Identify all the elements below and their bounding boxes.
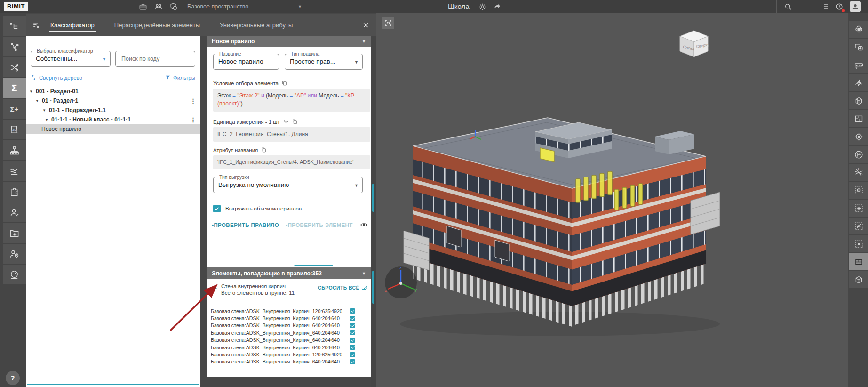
- element-checkbox[interactable]: [350, 308, 355, 314]
- flag-icon[interactable]: [849, 146, 868, 163]
- element-checkbox[interactable]: [350, 323, 355, 328]
- check-element-button[interactable]: •ПРОВЕРИТЬ ЭЛЕМЕНТ: [286, 222, 352, 228]
- user-check-icon[interactable]: [3, 202, 26, 222]
- hierarchy-tree-icon[interactable]: [3, 16, 26, 36]
- elements-vertical-scrollbar[interactable]: [372, 271, 374, 304]
- help-button[interactable]: ?: [6, 371, 20, 385]
- tree-horizontal-scrollbar[interactable]: [27, 384, 199, 385]
- puzzle-icon[interactable]: [3, 182, 26, 202]
- sigma-icon[interactable]: Σ: [3, 78, 26, 98]
- workspace-select[interactable]: Базовое пространство ▼: [187, 0, 302, 13]
- close-icon[interactable]: [362, 21, 370, 29]
- collapse-tree-link[interactable]: Свернуть дерево: [31, 74, 82, 81]
- tree-caret-icon[interactable]: ▾: [28, 89, 34, 94]
- tree-item-menu-icon[interactable]: ⋮: [190, 97, 196, 105]
- trend-lines-icon[interactable]: [3, 161, 26, 181]
- element-row[interactable]: Базовая стена:ADSK_Внутренняя_Кирпич_120…: [211, 351, 369, 358]
- menu-list-icon[interactable]: [820, 1, 830, 12]
- element-row[interactable]: Базовая стена:ADSK_Внутренняя_Кирпич_640…: [211, 337, 369, 344]
- filters-link[interactable]: Фильтры: [165, 74, 195, 81]
- team-icon[interactable]: [153, 1, 164, 12]
- unit-value[interactable]: IFC_2_Геометрия_Стены/1. Длина: [213, 127, 370, 142]
- user-avatar-icon[interactable]: [850, 1, 861, 12]
- rule-section-header[interactable]: Новое правило ▼: [207, 36, 371, 47]
- element-row[interactable]: Базовая стена:ADSK_Внутренняя_Кирпич_640…: [211, 329, 369, 336]
- ruler-icon[interactable]: [849, 56, 868, 73]
- section-flash-icon[interactable]: [849, 74, 868, 91]
- classifier-select[interactable]: Выбрать классификатор Собственны... ▼: [31, 51, 111, 67]
- check-rule-button[interactable]: •ПРОВЕРИТЬ ПРАВИЛО: [212, 222, 279, 228]
- target-icon[interactable]: [849, 128, 868, 145]
- tree-item[interactable]: ▾01-1-1 - Новый класс - 01-1-1⋮: [26, 115, 200, 124]
- user-location-icon[interactable]: [3, 244, 26, 264]
- notifications-icon[interactable]: [834, 1, 844, 12]
- section-cube-icon[interactable]: [849, 92, 868, 109]
- element-checkbox[interactable]: [350, 330, 355, 335]
- grids-icon[interactable]: 12: [849, 164, 868, 181]
- element-row[interactable]: Базовая стена:ADSK_Внутренняя_Кирпич_640…: [211, 358, 369, 365]
- tree-caret-icon[interactable]: ▾: [34, 98, 40, 103]
- code-search-input[interactable]: [120, 55, 193, 63]
- panel-menu-icon[interactable]: [32, 21, 41, 30]
- doc-2d-icon[interactable]: 2D: [3, 120, 26, 139]
- element-checkbox[interactable]: [350, 359, 355, 364]
- viewport-3d[interactable]: Слева Сверху z x Y: [376, 13, 848, 387]
- rule-name-field[interactable]: Название Новое правило: [213, 54, 279, 70]
- element-row[interactable]: Базовая стена:ADSK_Внутренняя_Кирпич_640…: [211, 344, 369, 351]
- tab-universal-attributes[interactable]: Универсальные атрибуты: [219, 15, 294, 35]
- rule-horizontal-scrollbar[interactable]: [294, 265, 333, 266]
- briefcase-icon[interactable]: [138, 1, 148, 12]
- axis-gizmo[interactable]: z x Y: [383, 265, 418, 299]
- copy-icon[interactable]: [261, 147, 267, 153]
- search-icon[interactable]: [783, 1, 793, 12]
- attribute-value[interactable]: 'IFC_1_Идентификация_Стены/4. ADSK_Наиме…: [213, 155, 370, 169]
- element-checkbox[interactable]: [350, 338, 355, 343]
- tree-item[interactable]: ▾001 - Раздел-01: [26, 87, 200, 96]
- gauge-icon[interactable]: [3, 265, 26, 284]
- show-box-icon[interactable]: [849, 200, 868, 217]
- sigma-plus-icon[interactable]: Σ+: [3, 99, 26, 119]
- shuffle-icon[interactable]: [3, 57, 26, 77]
- materials-checkbox[interactable]: [213, 205, 221, 212]
- element-checkbox[interactable]: [350, 345, 355, 350]
- back-arrow-icon[interactable]: [211, 285, 218, 292]
- tree-caret-icon[interactable]: ▾: [44, 117, 49, 122]
- select-copy-icon[interactable]: [849, 39, 868, 56]
- tree-item[interactable]: ▾01-1 - Подраздел-1.1: [26, 105, 200, 115]
- hide-box-icon[interactable]: [849, 218, 868, 234]
- org-chart-icon[interactable]: [3, 140, 26, 160]
- cube-icon[interactable]: [849, 271, 868, 288]
- tab-classifier[interactable]: Классификатор: [49, 15, 96, 35]
- elements-section-header[interactable]: Элементы, попадающие в правило:352 ▼: [207, 267, 371, 279]
- folder-shared-icon[interactable]: [3, 223, 26, 243]
- reset-all-link[interactable]: СБРОСИТЬ ВСЁ: [318, 285, 359, 290]
- tab-unallocated-elements[interactable]: Нераспределённые элементы: [113, 15, 201, 35]
- tree-item-menu-icon[interactable]: ⋮: [190, 116, 196, 123]
- uncheck-all-icon[interactable]: [361, 284, 368, 292]
- condition-expression[interactable]: Этаж = "Этаж 2" и (Модель = "АР" или Мод…: [213, 89, 370, 112]
- element-row[interactable]: Базовая стена:ADSK_Внутренняя_Кирпич_640…: [211, 322, 369, 329]
- element-row[interactable]: Базовая стена:ADSK_Внутренняя_Кирпич_120…: [211, 307, 369, 314]
- share-icon[interactable]: [492, 1, 502, 12]
- export-type-select[interactable]: Тип выгрузки Выгрузка по умолчанию ▼: [213, 177, 363, 193]
- element-checkbox[interactable]: [350, 352, 355, 357]
- wall-icon[interactable]: [849, 253, 868, 270]
- shield-clock-icon[interactable]: [168, 1, 179, 12]
- tree-item[interactable]: Новое правило: [26, 124, 200, 134]
- copy-icon[interactable]: [281, 80, 287, 86]
- floorplan-icon[interactable]: [849, 110, 868, 127]
- rule-vertical-scrollbar[interactable]: [372, 184, 374, 212]
- copy-icon[interactable]: [292, 119, 298, 125]
- tree-caret-icon[interactable]: ▾: [41, 108, 47, 113]
- tree-icon[interactable]: [849, 21, 868, 38]
- tree-item[interactable]: ▾01 - Раздел-1⋮: [26, 96, 200, 105]
- delete-box-icon[interactable]: [849, 235, 868, 252]
- element-checkbox[interactable]: [350, 316, 355, 321]
- connections-icon[interactable]: [3, 37, 26, 56]
- isolate-box-icon[interactable]: [849, 182, 868, 199]
- gear-icon[interactable]: [283, 119, 289, 125]
- rule-type-select[interactable]: Тип правила Простое прав... ▼: [285, 54, 363, 70]
- settings-gear-icon[interactable]: [477, 1, 487, 12]
- view-cube[interactable]: Слева Сверху: [677, 28, 711, 59]
- focus-selection-icon[interactable]: [382, 17, 394, 29]
